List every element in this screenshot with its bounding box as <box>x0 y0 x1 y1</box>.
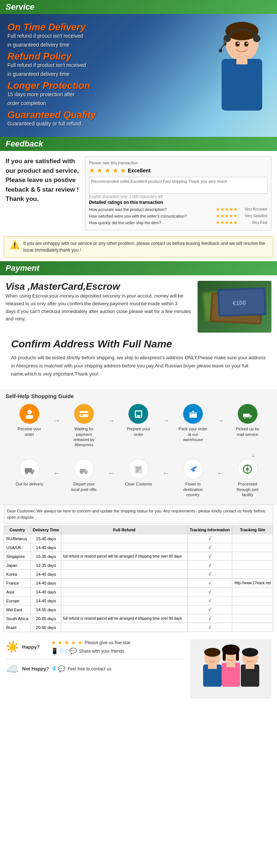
cell-delivery-4: 14-40 days <box>31 570 61 579</box>
rating-desc-2: Very Satisfied <box>238 214 267 218</box>
pickup-icon <box>242 408 253 420</box>
cell-site-7 <box>232 596 273 605</box>
share-text: Share with your friends <box>79 649 124 654</box>
svg-rect-53 <box>136 467 141 468</box>
cell-country-5: France <box>4 579 31 588</box>
step-icon-customs <box>128 459 148 479</box>
happy-actions: ★ ★ ★ ★ ★ Please give us five-star 📱 ✉️ … <box>51 639 130 655</box>
happy-star-5: ★ <box>78 639 82 646</box>
step-icon-flown <box>183 459 203 479</box>
service-item-3-desc1: 15 days more protection after <box>7 91 270 97</box>
step-icon-pack <box>183 404 203 424</box>
arrow-4: → <box>217 417 223 425</box>
warning-icon: ⚠️ <box>10 240 20 250</box>
step-icon-receive <box>19 404 40 424</box>
svg-rect-39 <box>25 468 32 472</box>
cell-site-10 <box>232 623 273 632</box>
feedback-right: Please rate this transaction ★ ★ ★ ★ ★ E… <box>85 157 271 231</box>
not-happy-action-1: 𝕾 💬 Feel free to contact us <box>52 665 112 672</box>
down-arrow: ↓ <box>6 451 271 459</box>
svg-point-48 <box>81 472 82 473</box>
payment-header: Payment <box>0 261 277 275</box>
detailed-ratings: Detailed ratings on this transaction How… <box>89 200 267 225</box>
depart-icon <box>78 464 89 475</box>
contact-text: Feel free to contact us <box>68 666 112 672</box>
cell-country-8: Mid East <box>4 605 31 614</box>
table-row: Europe14-45 days√ <box>4 596 273 605</box>
star-5: ★ <box>120 166 126 175</box>
not-happy-cloud-icon: ☁️ <box>6 662 19 675</box>
svg-rect-69 <box>226 662 235 667</box>
table-row: USA/UK14-40 days√ <box>4 543 273 552</box>
detailed-ratings-title: Detailed ratings on this transaction <box>89 200 267 205</box>
guide-steps-row1: Receive your order → Waiting for payment… <box>6 404 271 447</box>
cell-refund-2: full refund or resend parcel will be arr… <box>61 552 187 561</box>
table-row: France14-40 days√http://www.17track.net <box>4 579 273 588</box>
svg-rect-54 <box>136 468 141 469</box>
cell-site-1 <box>232 543 273 552</box>
cell-country-3: Japan <box>4 561 31 570</box>
happy-star-3: ★ <box>64 639 69 646</box>
svg-point-76 <box>242 648 258 657</box>
cell-tracking-0: √ <box>187 534 232 543</box>
cell-site-5: http://www.17track.net <box>232 579 273 588</box>
step-icon-prepare <box>128 404 148 424</box>
step-icon-pickup <box>237 404 258 424</box>
cell-site-0 <box>232 534 273 543</box>
cell-tracking-1: √ <box>187 543 232 552</box>
cell-refund-7 <box>61 596 187 605</box>
step-label-flown: Flown to destination country <box>178 481 208 497</box>
cell-site-4 <box>232 570 273 579</box>
email-icon: ✉️ <box>60 647 68 655</box>
cell-tracking-9: √ <box>187 614 232 623</box>
svg-rect-55 <box>136 470 140 471</box>
cell-delivery-3: 12-35 days <box>31 561 61 570</box>
payment-icon <box>78 408 89 420</box>
svg-rect-52 <box>135 465 142 474</box>
service-item-2-desc2: in guaranteed delivery time <box>7 71 270 77</box>
guide-title: Self-Help Shopping Guide <box>6 393 271 399</box>
rating-row-3: How quickly did the seller ship the item… <box>89 220 267 225</box>
cell-delivery-1: 14-40 days <box>31 543 61 552</box>
svg-point-59 <box>246 468 249 471</box>
shipping-table: Country Delivery Time Full Refund Tracki… <box>4 525 273 632</box>
cell-delivery-5: 14-40 days <box>31 579 61 588</box>
col-country: Country <box>4 526 31 534</box>
char-count: English characters only: 1 000 character… <box>89 195 267 199</box>
svg-rect-72 <box>236 650 239 661</box>
svg-rect-65 <box>208 663 217 669</box>
arrow-1: → <box>54 417 60 425</box>
col-site: Tracking Site <box>232 526 273 534</box>
cell-refund-8 <box>61 605 187 614</box>
service-item-4-title: Guaranteed Quality <box>7 109 270 121</box>
happy-star-2: ★ <box>58 639 62 646</box>
cell-delivery-0: 15-40 days <box>31 534 61 543</box>
cell-site-9 <box>232 614 273 623</box>
cell-country-0: RU/Belarus <box>4 534 31 543</box>
cell-refund-10 <box>61 623 187 632</box>
cell-tracking-5: √ <box>187 579 232 588</box>
feedback-left-text: If you are satisfied with our product an… <box>6 157 79 231</box>
payment-money-image: 5000 10000 €100 <box>198 281 271 333</box>
rating-stars-2: ★★★★★ <box>216 213 238 219</box>
cell-tracking-4: √ <box>187 570 232 579</box>
receive-icon <box>24 408 35 420</box>
happy-action-1: ★ ★ ★ ★ ★ Please give us five-star <box>51 639 130 646</box>
cell-delivery-2: 15-35 days <box>31 552 61 561</box>
people-svg <box>190 639 271 699</box>
star-3: ★ <box>105 166 110 175</box>
svg-point-35 <box>244 417 246 418</box>
table-row: Asia14-40 days√ <box>4 588 273 596</box>
cell-tracking-10: √ <box>187 623 232 632</box>
svg-point-50 <box>86 472 87 473</box>
cell-delivery-10: 20-60 days <box>31 623 61 632</box>
svg-rect-60 <box>247 465 248 467</box>
review-textarea[interactable]: Recommended seller.Excellent product.Fas… <box>89 177 267 194</box>
warning-box: ⚠️ If you are unhappy with our service o… <box>4 236 273 258</box>
happy-sun-icon: ☀️ <box>6 640 19 653</box>
five-star-icons: ★ ★ ★ ★ ★ <box>51 639 82 646</box>
payment-methods-title: Visa ,MasterCard,Escrow <box>6 281 192 292</box>
payment-content: Visa ,MasterCard,Escrow When using Escro… <box>0 275 277 389</box>
rating-label-2: How satisfied were you with the seller's… <box>89 214 216 218</box>
svg-rect-25 <box>81 415 83 416</box>
